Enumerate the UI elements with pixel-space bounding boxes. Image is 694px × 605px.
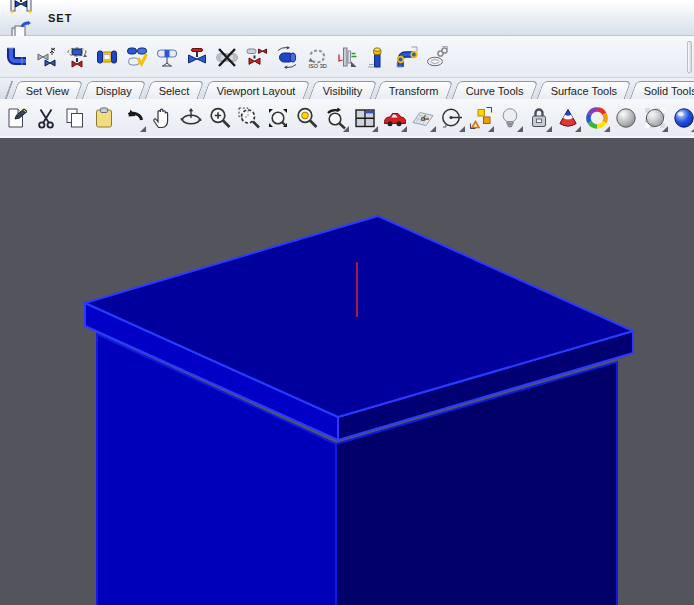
riser-pipe-icon [365,45,389,69]
toolbar-button-coupling-yellow[interactable] [92,42,122,72]
tab-label: Display [96,85,132,97]
flange-inspect-icon [335,45,359,69]
tab-set-view[interactable]: Set View [12,81,84,99]
toolbar-button-zoom-window[interactable] [234,103,263,133]
blue-box-object[interactable] [85,216,633,605]
tab-label: Solid Tools [644,85,694,97]
tab-display[interactable]: Display [82,81,147,99]
toolbar-button-riser-pipe[interactable] [362,42,392,72]
toolbar-tab-bar: Set ViewDisplaySelectViewport LayoutVisi… [0,78,694,99]
toolbar-button-cplane[interactable] [408,103,437,133]
tab-label: Curve Tools [466,85,524,97]
toolbar-button-pipe-crossed[interactable] [212,42,242,72]
lock-icon [527,106,551,130]
pipe-elbow-icon [5,45,29,69]
tab-visibility[interactable]: Visibility [308,81,376,99]
analyze-cone-icon [556,106,580,130]
toolbar-button-car[interactable] [379,103,408,133]
toolbar-button-copy[interactable] [60,103,89,133]
toolbar-button-ghosted-sphere[interactable] [640,103,669,133]
toolbar-button-cylinder-rotate[interactable] [272,42,302,72]
valves-pair-icon [35,45,59,69]
zoom-extents-icon [266,106,290,130]
selection-filter-icon [469,106,493,130]
tab-viewport-layout[interactable]: Viewport Layout [203,81,310,99]
paste-clipboard-icon [92,106,116,130]
pipe-crossed-icon [215,45,239,69]
toolbar-button-analyze-cone[interactable] [553,103,582,133]
toolbar-button-valve-red-wheel[interactable] [182,42,212,72]
valve-red-wheel-icon [185,45,209,69]
viewport-canvas [0,138,694,605]
undo-icon [121,106,145,130]
tab-solid-tools[interactable]: Solid Tools [630,81,694,99]
car-icon [382,106,406,130]
toolbar-button-undo[interactable] [118,103,147,133]
cplane-icon [411,106,435,130]
circle-radius-icon [440,106,464,130]
main-toolbar [0,99,694,138]
toolbar-button-shaded-sphere[interactable] [611,103,640,133]
toolbar-button-rendered-sphere[interactable] [669,103,694,133]
zoom-window-icon [237,106,261,130]
toolbar-button-viewport-layout[interactable] [350,103,379,133]
toolbar-button-rotate-view[interactable] [176,103,205,133]
toolbar-button-pipe-rotate-valve[interactable] [62,42,92,72]
toolbar-button-cut-scissors[interactable] [31,103,60,133]
pipes-check-icon [125,45,149,69]
pipe-link-icon [425,45,449,69]
toolbar-button-pipe-elbow[interactable] [2,42,32,72]
toolbar-button-iso-3d[interactable]: ISO 3D [302,42,332,72]
toolbar-button-pipe-tee-support[interactable] [152,42,182,72]
ghosted-sphere-icon [643,106,667,130]
tab-label: Select [159,85,190,97]
toolbar-button-color-wheel[interactable] [582,103,611,133]
shaded-sphere-icon [614,106,638,130]
toolbar-button-flange-inspect[interactable] [332,42,362,72]
tab-label: Viewport Layout [217,85,296,97]
3d-viewport[interactable] [0,138,694,605]
tab-transform[interactable]: Transform [375,81,453,99]
toolbar-button-view-undo[interactable] [321,103,350,133]
toolbar-button-paste-clipboard[interactable] [89,103,118,133]
rotate-view-icon [179,106,203,130]
pipe-toolbar: ISO 3D [0,36,694,78]
pipe-rotate-valve-icon [65,45,89,69]
tab-curve-tools[interactable]: Curve Tools [452,81,538,99]
toolbar-button-lock[interactable] [524,103,553,133]
title-button-workspace-valve[interactable] [6,0,36,18]
valves-red-small-icon [245,45,269,69]
cut-scissors-icon [34,106,58,130]
viewport-layout-icon [353,106,377,130]
toolbar-group-title: SET [48,12,72,24]
toolbar-button-selection-filter[interactable] [466,103,495,133]
tab-label: Surface Tools [551,85,617,97]
zoom-in-icon [208,106,232,130]
elbow-rings-icon [395,45,419,69]
toolbar-button-lightbulb[interactable] [495,103,524,133]
zoom-selected-icon [295,106,319,130]
pan-hand-icon [150,106,174,130]
tab-select[interactable]: Select [145,81,204,99]
svg-text:ISO 3D: ISO 3D [309,62,327,68]
toolbar-button-circle-radius[interactable] [437,103,466,133]
toolbar-button-file-new[interactable] [2,103,31,133]
toolbar-button-pan-hand[interactable] [147,103,176,133]
toolbar-drag-grip[interactable] [687,41,692,73]
copy-icon [63,106,87,130]
toolbar-button-pipe-link[interactable] [422,42,452,72]
toolbar-button-zoom-in[interactable] [205,103,234,133]
toolbar-button-valves-red-small[interactable] [242,42,272,72]
toolbar-button-zoom-selected[interactable] [292,103,321,133]
file-new-icon [5,106,29,130]
rendered-sphere-icon [672,106,694,130]
tab-surface-tools[interactable]: Surface Tools [536,81,631,99]
workspace-valve-icon [9,0,33,16]
toolbar-button-elbow-rings[interactable] [392,42,422,72]
toolbar-button-valves-pair[interactable] [32,42,62,72]
view-undo-icon [324,106,348,130]
toolbar-button-pipes-check[interactable] [122,42,152,72]
iso-3d-icon: ISO 3D [305,45,329,69]
toolbar-button-zoom-extents[interactable] [263,103,292,133]
coupling-yellow-icon [95,45,119,69]
